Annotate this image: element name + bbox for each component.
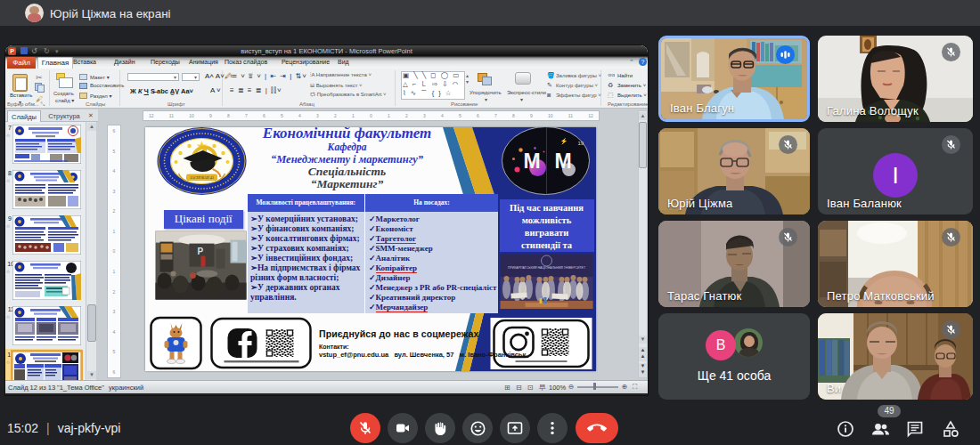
svg-text:P: P	[198, 247, 204, 256]
svg-text:M: M	[555, 150, 572, 173]
svg-text:⚡: ⚡	[560, 137, 568, 145]
svg-text:19: 19	[578, 141, 584, 146]
svg-text:ПРИКАРПАТСЬКИЙ НАЦІОНАЛЬНИЙ УН: ПРИКАРПАТСЬКИЙ НАЦІОНАЛЬНИЙ УНІВЕРСИТЕТ	[508, 266, 586, 270]
